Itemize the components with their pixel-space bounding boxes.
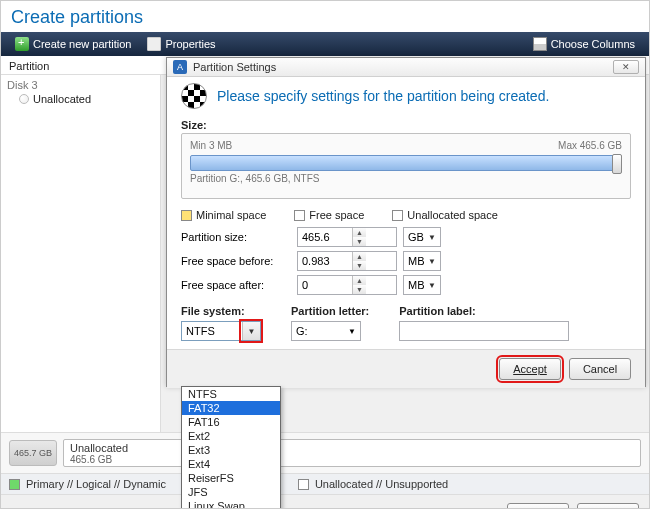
- fs-value: NTFS: [182, 325, 242, 337]
- minimal-space-toggle[interactable]: Minimal space: [181, 209, 266, 221]
- unsupported-chip-icon: [298, 479, 309, 490]
- chevron-down-icon: ▼: [428, 281, 436, 290]
- part-size: 465.6 GB: [70, 454, 634, 465]
- file-system-select[interactable]: NTFS ▼: [181, 321, 261, 341]
- partition-size-unit[interactable]: GB▼: [403, 227, 441, 247]
- unallocated-space-label: Unallocated space: [407, 209, 498, 221]
- toolbar: Create new partition Properties Choose C…: [1, 32, 649, 56]
- dialog-titlebar[interactable]: A Partition Settings ✕: [167, 58, 645, 77]
- properties-label: Properties: [165, 38, 215, 50]
- fs-option[interactable]: FAT32: [182, 401, 280, 415]
- unalloc-chip-icon: [392, 210, 403, 221]
- create-partition-button[interactable]: Create new partition: [7, 35, 139, 53]
- partition-tree: Disk 3 Unallocated: [1, 75, 161, 432]
- up-arrow-icon[interactable]: ▲: [352, 228, 366, 237]
- chevron-down-icon: ▼: [428, 233, 436, 242]
- wizard-footer: Next > Cancel: [1, 495, 649, 509]
- space-after-field[interactable]: [298, 279, 352, 291]
- primary-chip-icon: [9, 479, 20, 490]
- plus-icon: [15, 37, 29, 51]
- unallocated-icon: [19, 94, 29, 104]
- down-arrow-icon[interactable]: ▼: [352, 285, 366, 294]
- fs-option[interactable]: Ext4: [182, 457, 280, 471]
- minimal-space-label: Minimal space: [196, 209, 266, 221]
- dialog-heading: Please specify settings for the partitio…: [217, 88, 549, 104]
- wizard-cancel-button[interactable]: Cancel: [577, 503, 639, 509]
- size-slider[interactable]: [190, 155, 622, 171]
- unit-value: MB: [408, 255, 425, 267]
- size-slider-box: Min 3 MB Max 465.6 GB Partition G:, 465.…: [181, 133, 631, 199]
- disk-size-label: 465.7 GB: [14, 448, 52, 458]
- partition-block[interactable]: Unallocated 465.6 GB: [63, 439, 641, 467]
- space-after-unit[interactable]: MB▼: [403, 275, 441, 295]
- fs-option[interactable]: Ext2: [182, 429, 280, 443]
- partition-size-input[interactable]: ▲▼: [297, 227, 397, 247]
- cancel-label: Cancel: [583, 363, 617, 375]
- partition-label-input[interactable]: [399, 321, 569, 341]
- page-title: Create partitions: [1, 1, 649, 32]
- legend-primary: Primary // Logical // Dynamic: [26, 478, 166, 490]
- fs-option[interactable]: ReiserFS: [182, 471, 280, 485]
- up-arrow-icon[interactable]: ▲: [352, 276, 366, 285]
- fs-label: File system:: [181, 305, 261, 317]
- create-partition-label: Create new partition: [33, 38, 131, 50]
- tree-item-unallocated[interactable]: Unallocated: [7, 91, 154, 107]
- fs-option[interactable]: Ext3: [182, 443, 280, 457]
- slider-handle[interactable]: [612, 154, 622, 174]
- space-before-unit[interactable]: MB▼: [403, 251, 441, 271]
- legend-unsupported: Unallocated // Unsupported: [315, 478, 448, 490]
- chevron-down-icon: ▼: [428, 257, 436, 266]
- space-after-input[interactable]: ▲▼: [297, 275, 397, 295]
- unit-value: MB: [408, 279, 425, 291]
- space-before-field[interactable]: [298, 255, 352, 267]
- tree-item-label: Unallocated: [33, 93, 91, 105]
- fs-dropdown-list[interactable]: NTFSFAT32FAT16Ext2Ext3Ext4ReiserFSJFSLin…: [181, 386, 281, 509]
- letter-value: G:: [296, 325, 308, 337]
- space-before-input[interactable]: ▲▼: [297, 251, 397, 271]
- space-after-label: Free space after:: [181, 279, 291, 291]
- disk-icon[interactable]: 465.7 GB: [9, 440, 57, 466]
- next-button[interactable]: Next >: [507, 503, 569, 509]
- fs-dropdown-button[interactable]: ▼: [242, 322, 260, 340]
- app-badge-icon: A: [173, 60, 187, 74]
- fs-option[interactable]: JFS: [182, 485, 280, 499]
- chevron-down-icon: ▼: [348, 327, 356, 336]
- dialog-cancel-button[interactable]: Cancel: [569, 358, 631, 380]
- properties-button[interactable]: Properties: [139, 35, 223, 53]
- space-before-label: Free space before:: [181, 255, 291, 267]
- unit-value: GB: [408, 231, 424, 243]
- size-label: Size:: [181, 119, 207, 131]
- unallocated-space-toggle[interactable]: Unallocated space: [392, 209, 498, 221]
- free-space-label: Free space: [309, 209, 364, 221]
- chevron-down-icon: ▼: [248, 327, 256, 336]
- flag-icon: [181, 83, 207, 109]
- accept-button[interactable]: Accept: [499, 358, 561, 380]
- fs-option[interactable]: FAT16: [182, 415, 280, 429]
- size-min: Min 3 MB: [190, 140, 232, 151]
- minimal-chip-icon: [181, 210, 192, 221]
- down-arrow-icon[interactable]: ▼: [352, 261, 366, 270]
- partition-settings-dialog: A Partition Settings ✕ Please specify se…: [166, 57, 646, 387]
- down-arrow-icon[interactable]: ▼: [352, 237, 366, 246]
- part-name: Unallocated: [70, 442, 634, 454]
- partition-size-field[interactable]: [298, 231, 352, 243]
- slider-subtext: Partition G:, 465.6 GB, NTFS: [190, 173, 622, 184]
- legend-bar: Primary // Logical // Dynamic re Zone Un…: [1, 474, 649, 495]
- close-icon[interactable]: ✕: [613, 60, 639, 74]
- fs-option[interactable]: NTFS: [182, 387, 280, 401]
- choose-columns-button[interactable]: Choose Columns: [525, 35, 643, 53]
- tree-disk[interactable]: Disk 3: [7, 79, 154, 91]
- free-space-toggle[interactable]: Free space: [294, 209, 364, 221]
- disk-map: 465.7 GB Unallocated 465.6 GB: [1, 432, 649, 474]
- accept-label: Accept: [513, 363, 547, 375]
- fs-option[interactable]: Linux Swap: [182, 499, 280, 509]
- partition-size-label: Partition size:: [181, 231, 291, 243]
- columns-icon: [533, 37, 547, 51]
- dialog-title-text: Partition Settings: [193, 61, 276, 73]
- letter-label: Partition letter:: [291, 305, 369, 317]
- choose-columns-label: Choose Columns: [551, 38, 635, 50]
- properties-icon: [147, 37, 161, 51]
- size-max: Max 465.6 GB: [558, 140, 622, 151]
- up-arrow-icon[interactable]: ▲: [352, 252, 366, 261]
- partition-letter-select[interactable]: G: ▼: [291, 321, 361, 341]
